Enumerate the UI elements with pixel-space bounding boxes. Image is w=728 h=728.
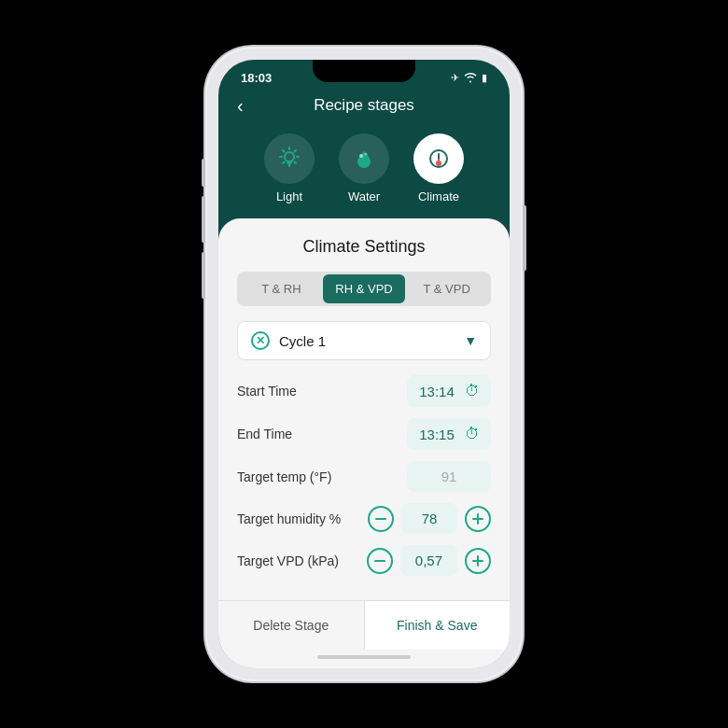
- content-inner: Climate Settings T & RH RH & VPD T & VPD…: [218, 218, 510, 600]
- svg-line-8: [283, 162, 285, 164]
- category-nav: Light Water: [218, 126, 510, 218]
- svg-point-0: [285, 152, 294, 161]
- home-bar: [317, 655, 411, 659]
- nav-label-light: Light: [276, 189, 302, 203]
- vpd-value[interactable]: 0,57: [400, 545, 457, 576]
- bottom-action-bar: Delete Stage Finish & Save: [218, 600, 510, 650]
- nav-label-water: Water: [348, 189, 380, 203]
- airplane-icon: ✈: [451, 72, 459, 84]
- side-button-mute: [202, 159, 205, 187]
- target-temp-label: Target temp (°F): [237, 469, 407, 484]
- svg-line-7: [295, 150, 297, 152]
- target-vpd-row: Target VPD (kPa) 0,57: [237, 545, 491, 576]
- svg-point-9: [359, 154, 363, 158]
- end-time-row: End Time 13:15 ⏱: [237, 418, 491, 450]
- battery-icon: ▮: [482, 72, 487, 84]
- humidity-value[interactable]: 78: [401, 503, 457, 534]
- start-time-label: Start Time: [237, 384, 407, 399]
- nav-item-light[interactable]: Light: [259, 133, 319, 203]
- vpd-increment-button[interactable]: [465, 548, 491, 574]
- phone-screen: 18:03 ✈ ▮ ‹ Recipe stages: [218, 60, 510, 668]
- target-temp-row: Target temp (°F) 91: [237, 461, 491, 492]
- chevron-down-icon: ▼: [464, 333, 477, 348]
- cycle-x-icon: ✕: [251, 331, 270, 350]
- vpd-decrement-button[interactable]: [367, 548, 393, 574]
- nav-label-climate: Climate: [418, 189, 459, 203]
- finish-save-button[interactable]: Finish & Save: [365, 601, 511, 650]
- status-time: 18:03: [241, 71, 272, 85]
- light-icon-circle: [264, 133, 315, 184]
- target-vpd-label: Target VPD (kPa): [237, 553, 367, 568]
- end-time-input[interactable]: 13:15 ⏱: [407, 418, 491, 450]
- nav-item-water[interactable]: Water: [334, 133, 394, 203]
- notch: [313, 60, 415, 82]
- back-button[interactable]: ‹: [237, 95, 244, 117]
- svg-line-6: [295, 162, 297, 164]
- app-header: ‹ Recipe stages: [218, 89, 510, 126]
- svg-point-10: [365, 153, 368, 156]
- home-indicator: [218, 650, 510, 668]
- humidity-increment-button[interactable]: [465, 506, 491, 532]
- humidity-stepper: 78: [368, 503, 491, 534]
- side-button-vol-down: [202, 252, 205, 299]
- start-time-row: Start Time 13:14 ⏱: [237, 375, 491, 407]
- wifi-icon: [464, 72, 477, 85]
- tab-t-vpd[interactable]: T & VPD: [405, 274, 488, 303]
- vpd-stepper: 0,57: [367, 545, 491, 576]
- cycle-selector[interactable]: ✕ Cycle 1 ▼: [237, 321, 491, 360]
- target-temp-value: 91: [430, 469, 468, 484]
- clock-icon: ⏱: [465, 383, 480, 399]
- target-humidity-label: Target humidity %: [237, 511, 368, 526]
- status-icons: ✈ ▮: [451, 72, 487, 85]
- svg-line-5: [283, 150, 285, 152]
- status-bar: 18:03 ✈ ▮: [218, 60, 510, 89]
- delete-stage-button[interactable]: Delete Stage: [218, 601, 365, 650]
- humidity-decrement-button[interactable]: [368, 506, 394, 532]
- target-humidity-row: Target humidity % 78: [237, 503, 491, 534]
- page-title: Recipe stages: [314, 96, 414, 115]
- side-button-power: [523, 205, 526, 271]
- climate-icon-circle: [413, 133, 464, 184]
- start-time-input[interactable]: 13:14 ⏱: [407, 375, 491, 407]
- section-title: Climate Settings: [237, 237, 491, 257]
- start-time-value: 13:14: [418, 384, 455, 399]
- water-icon-circle: [339, 133, 389, 184]
- phone-device: 18:03 ✈ ▮ ‹ Recipe stages: [205, 47, 523, 681]
- end-time-label: End Time: [237, 427, 407, 441]
- main-content: Climate Settings T & RH RH & VPD T & VPD…: [218, 218, 510, 668]
- end-time-value: 13:15: [418, 427, 455, 442]
- target-temp-input[interactable]: 91: [407, 461, 491, 492]
- side-button-vol-up: [202, 196, 205, 243]
- clock-icon-2: ⏱: [465, 426, 480, 442]
- tab-group: T & RH RH & VPD T & VPD: [237, 272, 491, 306]
- svg-rect-14: [438, 159, 440, 163]
- tab-t-rh[interactable]: T & RH: [240, 274, 323, 303]
- cycle-label: Cycle 1: [279, 333, 464, 349]
- nav-item-climate[interactable]: Climate: [409, 133, 469, 203]
- tab-rh-vpd[interactable]: RH & VPD: [323, 274, 406, 303]
